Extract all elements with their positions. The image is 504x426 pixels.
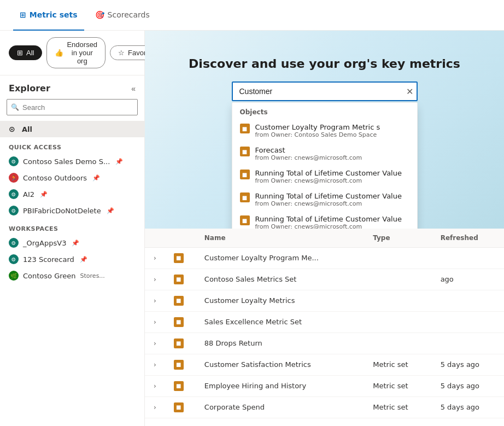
- favorites-icon: ☆: [118, 49, 125, 57]
- pin-icon-1: 📌: [92, 174, 100, 182]
- table-row-3[interactable]: › ■ Sales Excellence Metric Set: [145, 311, 504, 332]
- search-dropdown: Objects ■ Customer Loyalty Program Metri…: [232, 102, 418, 229]
- row-refreshed-5: 5 days ago: [432, 354, 504, 375]
- row-expand-0: ›: [145, 247, 165, 269]
- quick-access-item-1[interactable]: 🏃 Contoso Outdoors 📌: [0, 170, 144, 186]
- row-icon-0: ■: [165, 247, 196, 269]
- quick-access-label-2: AI2: [23, 190, 34, 199]
- row-name-7: Corporate Spend: [196, 396, 364, 418]
- workspace-icon-3: ⚙: [9, 206, 19, 215]
- quick-access-item-2[interactable]: ⚙ AI2 📌: [0, 186, 144, 202]
- row-type-0: [364, 247, 431, 269]
- row-refreshed-2: [432, 290, 504, 311]
- quick-access-item-3[interactable]: ⚙ PBIFabricDoNotDelete 📌: [0, 202, 144, 219]
- col-name: Name: [196, 229, 364, 248]
- dropdown-item-name-2: Running Total of Lifetime Customer Value: [255, 169, 402, 177]
- ws-icon-2: 🌿: [9, 271, 19, 281]
- table-row-4[interactable]: › ■ 88 Drops Return: [145, 332, 504, 354]
- dropdown-item-0[interactable]: ■ Customer Loyalty Program Metric s from…: [232, 119, 417, 142]
- filter-row: ⊞ All 👍 Endorsed in your org ☆ Favorites: [0, 31, 144, 75]
- search-icon: 🔍: [11, 103, 19, 111]
- metrics-table: Name Type Refreshed › ■ Customer Loyalty…: [145, 229, 504, 418]
- table-container: Name Type Refreshed › ■ Customer Loyalty…: [145, 229, 504, 427]
- dropdown-item-text-0: Customer Loyalty Program Metric s from O…: [255, 123, 380, 138]
- pin-icon-2: 📌: [40, 191, 48, 198]
- quick-access-item-0[interactable]: ⚙ Contoso Sales Demo S... 📌: [0, 153, 144, 170]
- row-expand-4: ›: [145, 332, 165, 354]
- table-row-7[interactable]: › ■ Corporate Spend Metric set 5 days ag…: [145, 396, 504, 418]
- workspace-item-2[interactable]: 🌿 Contoso Green Stores...: [0, 267, 144, 284]
- row-name-5: Customer Satisfaction Metrics: [196, 354, 364, 375]
- filter-endorsed-button[interactable]: 👍 Endorsed in your org: [46, 37, 106, 68]
- left-panel: ⊞ All 👍 Endorsed in your org ☆ Favorites…: [0, 31, 145, 426]
- table-row-2[interactable]: › ■ Customer Loyalty Metrics: [145, 290, 504, 311]
- dropdown-item-4[interactable]: ■ Running Total of Lifetime Customer Val…: [232, 211, 417, 229]
- metric-sets-icon: ⊞: [20, 10, 26, 19]
- dropdown-item-2[interactable]: ■ Running Total of Lifetime Customer Val…: [232, 165, 417, 188]
- table-header-row: Name Type Refreshed: [145, 229, 504, 248]
- row-refreshed-7: 5 days ago: [432, 396, 504, 418]
- row-refreshed-6: 5 days ago: [432, 375, 504, 396]
- ws-pin-0: 📌: [72, 240, 79, 247]
- row-type-4: [364, 332, 431, 354]
- filter-all-button[interactable]: ⊞ All: [9, 45, 42, 60]
- all-nav-icon: ⊙: [9, 125, 17, 133]
- row-icon-1: ■: [165, 269, 196, 290]
- dropdown-item-icon-2: ■: [240, 170, 250, 179]
- row-type-5: Metric set: [364, 354, 431, 375]
- row-refreshed-3: [432, 311, 504, 332]
- dropdown-item-sub-4: from Owner: cnews@microsoft.com: [255, 223, 402, 229]
- workspace-item-label-2: Contoso Green: [23, 272, 76, 280]
- dropdown-item-icon-1: ■: [240, 147, 250, 156]
- explorer-search-input[interactable]: [7, 99, 138, 115]
- filter-endorsed-label: Endorsed in your org: [67, 40, 97, 65]
- quick-access-label-3: PBIFabricDoNotDelete: [23, 207, 101, 215]
- tab-metric-sets-label: Metric sets: [30, 10, 78, 19]
- all-icon: ⊞: [17, 49, 23, 57]
- tab-scorecards[interactable]: 🎯 Scorecards: [89, 0, 156, 31]
- workspace-icon-2: ⚙: [9, 189, 19, 199]
- dropdown-item-sub-2: from Owner: cnews@microsoft.com: [255, 177, 402, 184]
- ws-icon-1: ⚙: [9, 254, 19, 264]
- row-refreshed-1: ago: [432, 269, 504, 290]
- workspace-item-label-0: _OrgAppsV3: [23, 239, 66, 247]
- row-name-2: Customer Loyalty Metrics: [196, 290, 364, 311]
- pin-icon-3: 📌: [107, 207, 114, 214]
- table-row-6[interactable]: › ■ Employee Hiring and History Metric s…: [145, 375, 504, 396]
- row-refreshed-4: [432, 332, 504, 354]
- dropdown-item-name-0: Customer Loyalty Program Metric s: [255, 123, 380, 131]
- workspace-item-0[interactable]: ⚙ _OrgAppsV3 📌: [0, 235, 144, 251]
- filter-all-label: All: [26, 49, 34, 57]
- row-icon-3: ■: [165, 311, 196, 332]
- table-row-1[interactable]: › ■ Contoso Sales Metrics Set ago: [145, 269, 504, 290]
- workspace-icon-1: 🏃: [9, 173, 19, 183]
- collapse-button[interactable]: «: [131, 84, 136, 93]
- pin-icon-0: 📌: [115, 158, 123, 165]
- dropdown-item-1[interactable]: ■ Forecast from Owner: cnews@microsoft.c…: [232, 142, 417, 165]
- table-row-5[interactable]: › ■ Customer Satisfaction Metrics Metric…: [145, 354, 504, 375]
- row-name-1: Contoso Sales Metrics Set: [196, 269, 364, 290]
- workspace-item-1[interactable]: ⚙ 123 Scorecard 📌: [0, 251, 144, 267]
- nav-item-all[interactable]: ⊙ All: [0, 121, 144, 137]
- tab-metric-sets[interactable]: ⊞ Metric sets: [13, 0, 84, 31]
- row-refreshed-0: [432, 247, 504, 269]
- hero-search-input[interactable]: [232, 81, 418, 101]
- row-type-3: [364, 311, 431, 332]
- hero-area: Discover and use your org's key metrics …: [145, 31, 504, 229]
- hero-content: Discover and use your org's key metrics …: [145, 31, 504, 112]
- row-name-3: Sales Excellence Metric Set: [196, 311, 364, 332]
- dropdown-item-icon-3: ■: [240, 192, 250, 202]
- row-expand-5: ›: [145, 354, 165, 375]
- workspaces-label: Workspaces: [0, 219, 144, 235]
- dropdown-item-text-4: Running Total of Lifetime Customer Value…: [255, 215, 402, 229]
- dropdown-item-3[interactable]: ■ Running Total of Lifetime Customer Val…: [232, 188, 417, 211]
- explorer-header: Explorer «: [0, 75, 144, 99]
- quick-access-label-0: Contoso Sales Demo S...: [23, 157, 110, 166]
- row-expand-2: ›: [145, 290, 165, 311]
- nav-item-all-label: All: [22, 125, 32, 133]
- table-row-0[interactable]: › ■ Customer Loyalty Program Me...: [145, 247, 504, 269]
- row-icon-7: ■: [165, 396, 196, 418]
- scorecards-icon: 🎯: [95, 10, 104, 19]
- search-clear-button[interactable]: ✕: [406, 86, 413, 97]
- explorer-title: Explorer: [9, 83, 50, 94]
